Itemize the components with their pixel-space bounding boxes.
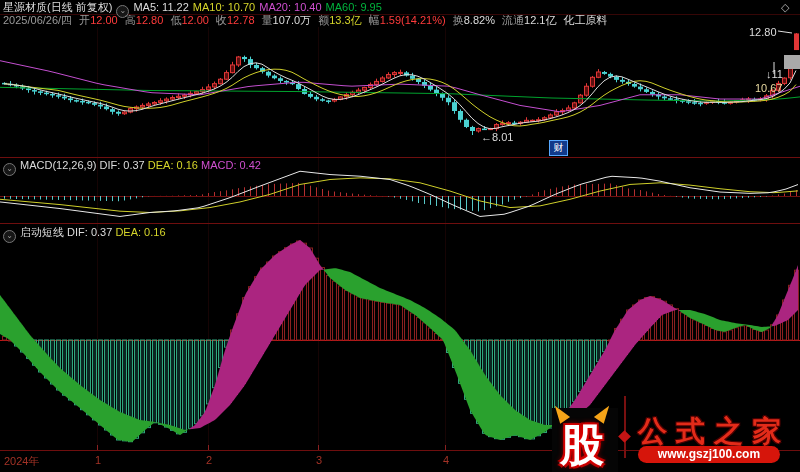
- quote-change: 幅1.59(14.21%): [369, 14, 446, 26]
- corner-diamond-icon[interactable]: ◇: [781, 1, 789, 14]
- watermark-divider: [624, 396, 626, 458]
- ma5-label: MA5: 11.22: [133, 1, 188, 13]
- custom-name[interactable]: 启动短线: [20, 226, 64, 238]
- macd-panel-header: ⌄MACD(12,26,9) DIF: 0.37 DEA: 0.16 MACD:…: [3, 159, 261, 176]
- ref-price-annotation: 10.67: [755, 82, 783, 94]
- macd-dif-value: DIF: 0.37: [99, 159, 144, 171]
- quote-industry: 化工原料: [564, 14, 608, 26]
- axis-month-3[interactable]: 3: [316, 454, 322, 466]
- custom-panel-header: ⌄启动短线 DIF: 0.37 DEA: 0.16: [3, 226, 166, 243]
- watermark-logo-char: 股: [560, 416, 604, 472]
- custom-dif-value: DIF: 0.37: [67, 226, 112, 238]
- axis-month-2[interactable]: 2: [206, 454, 212, 466]
- axis-year-label[interactable]: 2024年: [4, 454, 39, 469]
- low-price-annotation: ←8.01: [481, 131, 513, 143]
- stock-title: 星源材质(日线 前复权): [3, 1, 112, 13]
- ma20-label: MA20: 10.40: [259, 1, 321, 13]
- quote-low: 低12.00: [170, 14, 209, 26]
- high-price-annotation: 12.80: [749, 26, 777, 38]
- quote-volume: 量107.0万: [262, 14, 312, 26]
- ma60-label: MA60: 9.95: [326, 1, 382, 13]
- quote-date: 2025/06/26/四: [3, 14, 72, 26]
- custom-dea-value: DEA: 0.16: [115, 226, 165, 238]
- quote-high: 高12.80: [125, 14, 164, 26]
- quote-close: 收12.78: [216, 14, 255, 26]
- axis-month-4[interactable]: 4: [443, 454, 449, 466]
- axis-month-1[interactable]: 1: [95, 454, 101, 466]
- watermark-url[interactable]: www.gszj100.com: [638, 446, 780, 463]
- price-tag-box: [784, 55, 800, 69]
- watermark-logo: 股: [552, 408, 618, 472]
- macd-name[interactable]: MACD(12,26,9): [20, 159, 96, 171]
- stock-app-window: 星源材质(日线 前复权)⌄MA5: 11.22MA10: 10.70MA20: …: [0, 0, 800, 472]
- watermark: 股 公式之家 www.gszj100.com: [538, 386, 800, 472]
- macd-collapse-icon[interactable]: ⌄: [3, 163, 16, 176]
- financial-report-badge[interactable]: 财: [549, 140, 568, 156]
- watermark-diamond-icon: [618, 430, 631, 443]
- quote-turnover: 换8.82%: [453, 14, 495, 26]
- quote-bar: 2025/06/26/四 开12.00 高12.80 低12.00 收12.78…: [3, 14, 612, 26]
- quote-float: 流通12.1亿: [502, 14, 556, 26]
- quote-open: 开12.00: [79, 14, 118, 26]
- custom-collapse-icon[interactable]: ⌄: [3, 230, 16, 243]
- sell-mark-annotation: ↓11: [766, 68, 783, 80]
- ma10-label: MA10: 10.70: [193, 1, 255, 13]
- quote-amount: 额13.3亿: [318, 14, 361, 26]
- macd-macd-value: MACD: 0.42: [201, 159, 261, 171]
- macd-dea-value: DEA: 0.16: [148, 159, 198, 171]
